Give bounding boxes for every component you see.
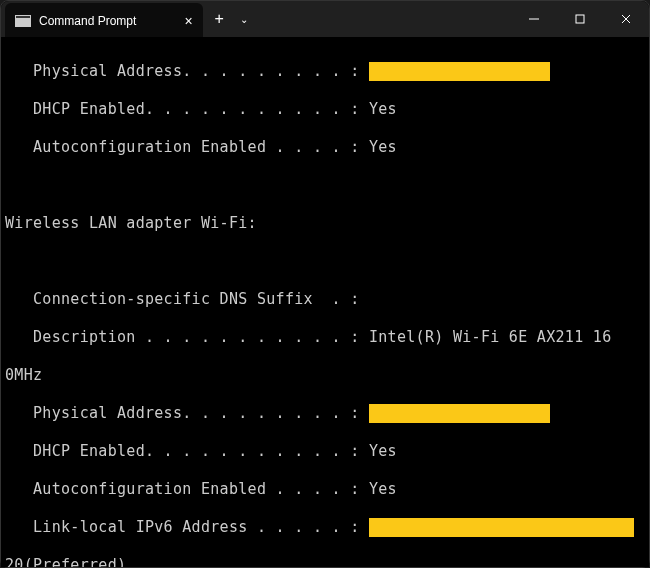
new-tab-button[interactable]: +: [203, 10, 236, 28]
value-wrap: 20(Preferred): [5, 556, 126, 567]
svg-rect-1: [576, 15, 584, 23]
label: Physical Address. . . . . . . . . :: [5, 62, 369, 80]
label: Autoconfiguration Enabled . . . . :: [5, 480, 369, 498]
maximize-button[interactable]: [557, 1, 603, 37]
label: Connection-specific DNS Suffix . :: [5, 290, 360, 308]
close-tab-icon[interactable]: ×: [184, 13, 192, 29]
label: Link-local IPv6 Address . . . . . :: [5, 518, 369, 536]
minimize-button[interactable]: [511, 1, 557, 37]
label: Description . . . . . . . . . . . :: [5, 328, 369, 346]
redacted-value: [369, 404, 550, 423]
label: DHCP Enabled. . . . . . . . . . . :: [5, 100, 369, 118]
tab-title: Command Prompt: [39, 14, 136, 28]
command-prompt-window: Command Prompt × + ⌄ Physical Address. .…: [0, 0, 650, 568]
close-button[interactable]: [603, 1, 649, 37]
value: Intel(R) Wi-Fi 6E AX211 16: [369, 328, 612, 346]
redacted-value: [369, 518, 634, 537]
titlebar: Command Prompt × + ⌄: [1, 1, 649, 37]
label: Autoconfiguration Enabled . . . . :: [5, 138, 369, 156]
terminal-output[interactable]: Physical Address. . . . . . . . . : DHCP…: [1, 37, 649, 567]
label: Physical Address. . . . . . . . . :: [5, 404, 369, 422]
value: Yes: [369, 138, 397, 156]
redacted-value: [369, 62, 550, 81]
chevron-down-icon[interactable]: ⌄: [236, 14, 252, 25]
value-wrap: 0MHz: [5, 366, 42, 384]
value: Yes: [369, 100, 397, 118]
value: Yes: [369, 480, 397, 498]
value: Yes: [369, 442, 397, 460]
terminal-icon: [15, 15, 31, 27]
adapter-header: Wireless LAN adapter Wi-Fi:: [5, 214, 257, 232]
label: DHCP Enabled. . . . . . . . . . . :: [5, 442, 369, 460]
window-controls: [511, 1, 649, 37]
tab-command-prompt[interactable]: Command Prompt ×: [5, 3, 203, 39]
